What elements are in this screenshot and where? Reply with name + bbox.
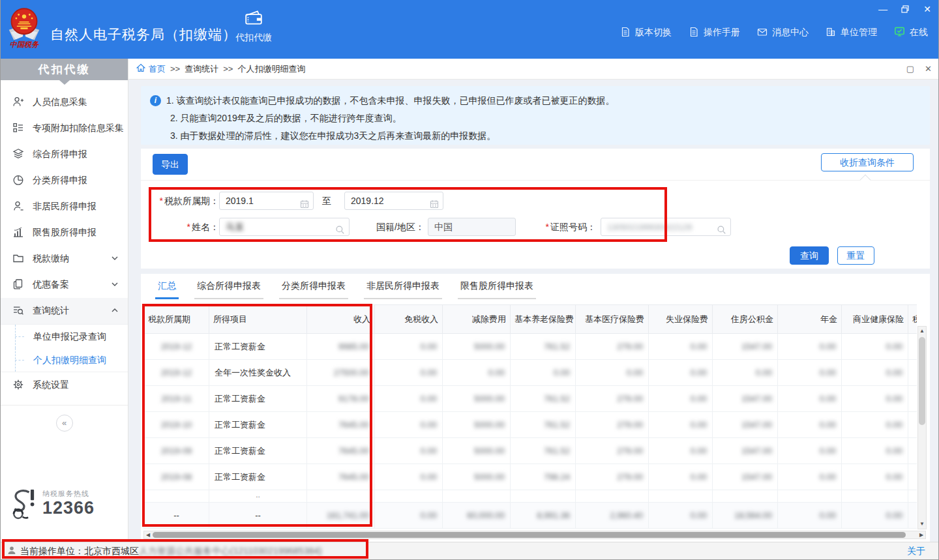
popover-caret (860, 175, 871, 186)
sidebar-item-classified-income[interactable]: 分类所得申报 (1, 168, 128, 194)
name-input[interactable]: 马某 (219, 218, 350, 236)
table-cell (713, 490, 778, 503)
horizontal-scroll-thumb[interactable] (153, 532, 906, 538)
sidebar-item-special-deduction[interactable]: 专项附加扣除信息采集 (1, 115, 128, 141)
id-number-input[interactable]: 130502199930422129 (601, 218, 731, 236)
query-button[interactable]: 查询 (790, 246, 829, 265)
module-tab-daikou[interactable]: 代扣代缴 (229, 9, 278, 44)
sidebar-item-comprehensive-income[interactable]: 综合所得申报 (1, 141, 128, 168)
table-cell: 1547.00 (713, 386, 778, 412)
menu-manual[interactable]: 操作手册 (689, 27, 740, 39)
scroll-right-arrow-icon[interactable]: ▶ (917, 531, 925, 538)
reset-button[interactable]: 重置 (837, 246, 874, 265)
table-cell (649, 490, 713, 503)
table-cell (908, 438, 917, 464)
vertical-scroll-thumb[interactable] (919, 337, 925, 425)
table-cell (908, 360, 917, 386)
tab-nonresident[interactable]: 非居民所得申报表 (364, 279, 442, 299)
sidebar-item-nonresident-income[interactable]: 非居民所得申报 (1, 194, 128, 220)
tab-close-icon[interactable]: ✕ (925, 64, 932, 74)
sidebar-item-restricted-shares[interactable]: 限售股所得申报 (1, 220, 128, 246)
search-icon[interactable] (335, 223, 345, 236)
horizontal-scrollbar[interactable]: ◀ ▶ (143, 531, 926, 539)
notice-line-3: 3. 由于数据处理的滞后性，建议您在申报成功3天之后再来查询最新的申报数据。 (170, 127, 496, 145)
menu-version-switch[interactable]: 版本切换 (620, 27, 672, 39)
table-cell: 0.00 (375, 438, 443, 464)
table-row[interactable]: 2019-08正常工资薪金7645.000.005000.00798.24279… (144, 464, 917, 490)
menu-message-center[interactable]: 消息中心 (757, 27, 809, 39)
sidebar-item-system-settings[interactable]: 系统设置 (1, 372, 128, 398)
sidebar-collapse-button[interactable]: « (56, 415, 73, 432)
table-row[interactable]: 2019-10正常工资薪金7645.000.005000.00761.52279… (144, 412, 917, 438)
table-cell: 2019-08 (144, 464, 209, 490)
table-header-cell: 税 (908, 305, 917, 334)
about-link[interactable]: 关于 (907, 546, 925, 557)
notch (59, 80, 70, 85)
vertical-scrollbar[interactable]: ▲ ▼ (917, 326, 927, 529)
table-cell: 正常工资薪金 (209, 412, 307, 438)
table-cell: 0.00 (649, 438, 713, 464)
table-cell (511, 490, 576, 503)
table-cell: 0.00 (778, 412, 842, 438)
table-cell: 2019-11 (144, 386, 209, 412)
table-cell: 5000.00 (443, 438, 511, 464)
gear-icon (12, 379, 24, 392)
sidebar-item-preferential-filing[interactable]: 优惠备案 (1, 272, 128, 298)
table-cell: 2019-09 (144, 438, 209, 464)
search-list-icon (12, 304, 24, 318)
menu-online-status[interactable]: 在线 (894, 26, 928, 39)
calendar-icon[interactable] (430, 197, 439, 210)
table-cell: 5000.00 (443, 386, 511, 412)
scroll-down-arrow-icon[interactable]: ▼ (918, 520, 926, 529)
table-cell: 5000.00 (443, 464, 511, 490)
period-from-input[interactable]: 2019.1 (219, 192, 314, 210)
form-row-period: *税款所属期： 2019.1 至 2019.12 (141, 192, 930, 210)
table-header-cell: 失业保险费 (649, 305, 713, 334)
table-row[interactable]: 2019-09正常工资薪金7645.000.005000.00761.52279… (144, 438, 917, 464)
table-cell: -- (209, 503, 307, 529)
table-header-row: 税款所属期所得项目收入免税收入减除费用基本养老保险费基本医疗保险费失业保险费住房… (144, 305, 917, 334)
tab-maximize-icon[interactable]: ▢ (906, 64, 914, 74)
table-cell: 0.00 (842, 412, 908, 438)
table-cell: 0.00 (443, 360, 511, 386)
table-cell: 0.00 (778, 438, 842, 464)
notice-line-2: 2. 只能查询2019年及之后的数据，不能进行跨年度查询。 (170, 110, 402, 127)
sidebar-item-query-statistics[interactable]: 查询统计 (1, 298, 128, 324)
sidebar-subitem-personal-withholding-detail[interactable]: 个人扣缴明细查询 (1, 348, 128, 372)
table-cell: 0.00 (842, 438, 908, 464)
table-body: 2019-12正常工资薪金9985.000.005000.00761.52279… (144, 334, 917, 529)
table-cell: 18,564.00 (713, 503, 778, 529)
tab-comprehensive[interactable]: 综合所得申报表 (194, 279, 263, 299)
export-button[interactable]: 导出 (153, 154, 188, 175)
period-to-input[interactable]: 2019.12 (344, 192, 443, 210)
to-label: 至 (317, 192, 336, 210)
table-cell: 0.00 (778, 464, 842, 490)
scroll-left-arrow-icon[interactable]: ◀ (144, 531, 152, 538)
tab-classified[interactable]: 分类所得申报表 (279, 279, 348, 299)
table-header-cell: 减除费用 (443, 305, 511, 334)
search-icon[interactable] (717, 223, 726, 236)
tab-restricted-shares[interactable]: 限售股所得申报表 (458, 279, 536, 299)
table-row[interactable]: 2019-12正常工资薪金9985.000.005000.00761.52279… (144, 334, 917, 360)
table-row[interactable]: 2019-11正常工资薪金9178.000.005000.00761.52279… (144, 386, 917, 412)
sidebar-item-personnel-info[interactable]: 人员信息采集 (1, 89, 128, 115)
table-cell: 0.00 (375, 360, 443, 386)
menu-unit-management[interactable]: 单位管理 (826, 27, 877, 39)
sidebar-subitem-unit-declare-records[interactable]: 单位申报记录查询 (1, 325, 128, 348)
collapse-query-button[interactable]: 收折查询条件 (821, 153, 914, 171)
table-row[interactable]: 2019-12全年一次性奖金收入27500.000.000.000.000.00… (144, 360, 917, 386)
tab-summary[interactable]: 汇总 (155, 279, 179, 299)
online-monitor-icon (894, 26, 905, 39)
calendar-icon[interactable] (300, 197, 309, 210)
scroll-up-arrow-icon[interactable]: ▲ (918, 327, 926, 336)
table-cell: 0.00 (842, 360, 908, 386)
minimize-icon[interactable]: — (877, 4, 889, 14)
breadcrumb-node-query-statistics[interactable]: 查询统计 (185, 63, 218, 75)
table-cell: 0.00 (375, 386, 443, 412)
query-panel: 导出 收折查询条件 *税款所属期： 2019.1 至 2019.12 *姓名： … (141, 149, 930, 269)
table-cell: 0.00 (649, 334, 713, 360)
restore-icon[interactable] (899, 4, 911, 14)
close-icon[interactable]: ✕ (921, 4, 933, 14)
sidebar-item-tax-payment[interactable]: 税款缴纳 (1, 246, 128, 272)
breadcrumb-home[interactable]: 首页 (136, 63, 166, 75)
